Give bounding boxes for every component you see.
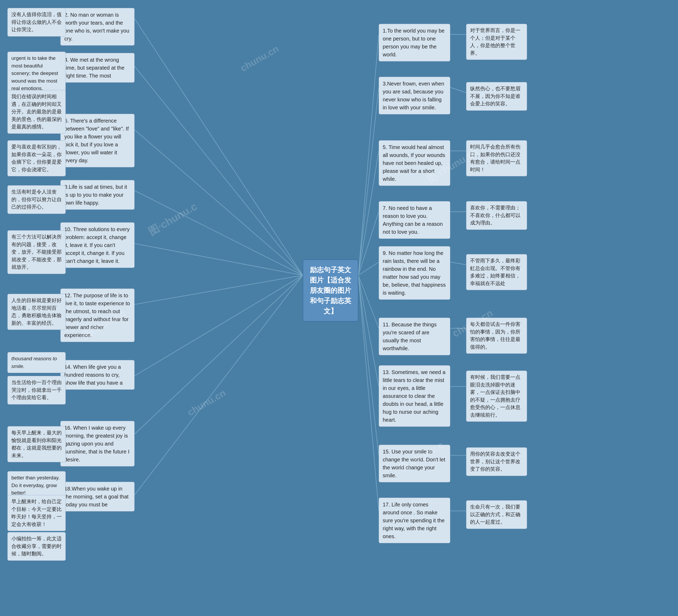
- zh-box-6: 爱与喜欢是有区别的，如果你喜欢一朵花，你会摘下它，但你要是爱它，你会浇灌它。: [7, 140, 66, 176]
- zh-box-2: 没有人值得你流泪，值得让你这么做的人不会让你哭泣。: [7, 8, 66, 37]
- svg-line-18: [358, 212, 379, 275]
- svg-line-16: [358, 87, 379, 275]
- en-box-14: 14. When life give you a hundred reasons…: [61, 360, 135, 390]
- zh-box-10: 有三个方法可以解决所有的问题，接受，改变，放开。不能接受那就改变，不能改变，那就…: [7, 230, 66, 274]
- svg-line-5: [135, 275, 303, 304]
- zh-box-4: 我们在错误的时间相遇，在正确的时间却又分开。走的最急的是最美的景色，伤的最深的是…: [7, 90, 66, 134]
- svg-line-4: [135, 244, 303, 275]
- center-node: 励志句子英文图片【适合发朋友圈的图片和句子励志英文】: [303, 259, 358, 322]
- rz-box-1: 对于世界而言，你是一个人；但是对于某个人，你是他的整个世界。: [466, 24, 527, 60]
- re-box-11: 11. Because the things you're scared of …: [379, 318, 450, 355]
- zh-box-12: 人生的目标就是要好好地活着，尽尽世间百态，勇敢积极地去体验新的、丰富的经历。: [7, 294, 66, 330]
- re-box-17: 17. Life only comes around once . So mak…: [379, 498, 450, 543]
- zh-box-thousand: thousand reasons to smile.: [7, 352, 66, 373]
- re-box-1: 1.To the world you may be one person, bu…: [379, 24, 450, 61]
- en-box-4: 4. We met at the wrong time, but separat…: [61, 53, 135, 83]
- svg-line-8: [135, 275, 303, 495]
- rz-box-11: 每天都尝试去一件你害怕的事情，因为，你所害怕的事情，往往是最值得的。: [466, 318, 527, 354]
- zh-box-note: 小编拍拍一筹，此文适合收藏分享，需要的时候，随时翻阅。: [7, 532, 66, 561]
- re-box-15: 15. Use your smile to change the world. …: [379, 445, 450, 482]
- rz-box-15: 用你的笑容去改变这个世界，别让这个世界改变了你的笑容。: [466, 447, 527, 476]
- svg-line-1: [135, 66, 303, 275]
- svg-line-17: [358, 151, 379, 275]
- svg-line-20: [358, 275, 379, 328]
- svg-line-25: [450, 87, 466, 93]
- re-box-5: 5. Time would heal almost all wounds, If…: [379, 140, 450, 186]
- svg-line-7: [135, 275, 303, 434]
- re-box-3: 3.Never frown, even when you are sad, be…: [379, 77, 450, 114]
- svg-line-15: [358, 34, 379, 275]
- rz-box-5: 时间几乎会愈合所有伤口，如果你的伤口还没有愈合，请给时间一点时间！: [466, 140, 527, 176]
- svg-line-21: [358, 275, 379, 386]
- rz-box-9: 不管雨下多久，最终彩虹总会出现。不管你有多难过，始终要相信，幸福就在不远处: [466, 254, 527, 290]
- mind-map: 励志句子英文图片【适合发朋友圈的图片和句子励志英文】 2. No man or …: [0, 0, 678, 616]
- svg-line-6: [135, 275, 303, 376]
- en-box-12: 12. The purpose of life is to live it, t…: [61, 289, 135, 342]
- en-box-16: 16. When I wake up every morning, the gr…: [61, 421, 135, 466]
- rz-box-3: 纵然伤心，也不要愁眉不展，因为你不知是谁会爱上你的笑容。: [466, 82, 527, 111]
- en-box-8: 8.Life is sad at times, but it is up to …: [61, 180, 135, 210]
- svg-line-28: [450, 262, 466, 265]
- rz-box-7: 喜欢你，不需要理由；不喜欢你，什么都可以成为理由。: [466, 201, 527, 230]
- svg-line-19: [358, 262, 379, 275]
- en-box-6: 6. There's a difference between "love" a…: [61, 114, 135, 167]
- svg-line-3: [135, 191, 303, 275]
- rz-box-17: 生命只有一次，我们要以正确的方式，和正确的人一起度过。: [466, 500, 527, 529]
- en-box-18: 18.When you wake up in the morning, set …: [61, 482, 135, 511]
- en-box-2: 2. No man or woman is worth your tears, …: [61, 8, 135, 45]
- zh-box-14: 当生活给你一百个理由哭泣时，你就拿出一千个理由笑给它看。: [7, 376, 66, 405]
- svg-line-2: [135, 130, 303, 275]
- zh-box-8: 生活有时是令人沮丧的，但你可以努力让自己的过得开心。: [7, 185, 66, 214]
- re-box-7: 7. No need to have a reason to love you.…: [379, 201, 450, 239]
- svg-line-23: [358, 275, 379, 511]
- en-box-10: 10. Three solutions to every problem: ac…: [61, 222, 135, 268]
- re-box-9: 9. No matter how long the rain lasts, th…: [379, 246, 450, 300]
- svg-line-22: [358, 275, 379, 455]
- re-box-13: 13. Sometimes, we need a little tears to…: [379, 365, 450, 427]
- zh-box-16: 每天早上醒来，最大的愉悦就是看到你和阳光都在，这就是我想要的未来。: [7, 426, 66, 462]
- zh-box-18: 早上醒来时，给自己定个目标：今天一定要比昨天好！每天坚持，一定会大有收获！: [7, 495, 66, 531]
- rz-box-13: 有时候，我们需要一点眼泪去洗掉眼中的迷雾，一点保证去扫脑中的不疑，一点拥抱去疗愈…: [466, 371, 527, 422]
- svg-line-0: [135, 18, 303, 275]
- zh-box-urgent: urgent is to take the most beautiful sce…: [7, 52, 66, 95]
